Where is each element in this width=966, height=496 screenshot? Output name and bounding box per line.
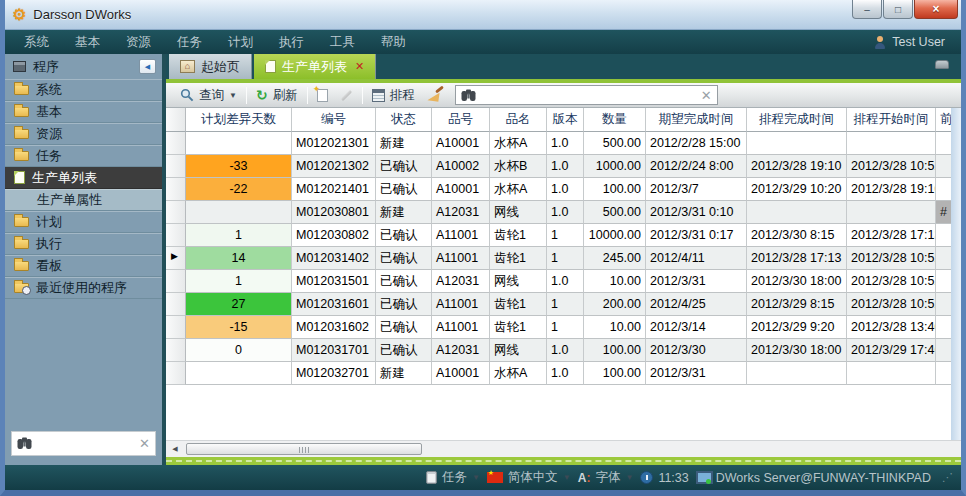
- vertical-scrollbar[interactable]: [951, 108, 961, 440]
- new-button[interactable]: [311, 87, 334, 104]
- sidebar-item[interactable]: 执行: [5, 233, 162, 255]
- clear-schedule-button[interactable]: [421, 86, 450, 104]
- table-row[interactable]: 0M012031701已确认A12031网线1.0100.002012/3/30…: [166, 339, 961, 362]
- close-button[interactable]: ×: [914, 0, 958, 19]
- query-button[interactable]: 查询 ▼: [174, 85, 243, 106]
- table-row[interactable]: -33M012021302已确认A10002水杯B1.01000.002012/…: [166, 155, 961, 178]
- menu-item[interactable]: 计划: [215, 34, 266, 51]
- user-chip[interactable]: Test User: [874, 35, 955, 49]
- column-header[interactable]: 编号: [292, 108, 376, 132]
- menu-item[interactable]: 系统: [11, 34, 62, 51]
- menu-item[interactable]: 基本: [62, 34, 113, 51]
- sidebar-item[interactable]: 基本: [5, 101, 162, 123]
- font-menu[interactable]: A: 字体 ▼: [578, 469, 634, 486]
- table-row[interactable]: -22M012021401已确认A10001水杯A1.0100.002012/3…: [166, 178, 961, 201]
- sidebar-item[interactable]: 任务: [5, 145, 162, 167]
- row-selector-gutter[interactable]: [166, 155, 186, 178]
- column-header[interactable]: 计划差异天数: [186, 108, 292, 132]
- cell: 已确认: [376, 293, 432, 316]
- language-menu[interactable]: 简体中文 ▼: [487, 469, 571, 486]
- menu-item[interactable]: 任务: [164, 34, 215, 51]
- column-header[interactable]: 期望完成时间: [646, 108, 747, 132]
- cell: 2012/4/11: [646, 247, 747, 270]
- menu-item[interactable]: 资源: [113, 34, 164, 51]
- row-selector-gutter[interactable]: [166, 224, 186, 247]
- sidebar-item[interactable]: 最近使用的程序: [5, 277, 162, 299]
- table-row[interactable]: 1M012030802已确认A11001齿轮1110000.002012/3/3…: [166, 224, 961, 247]
- column-header[interactable]: 版本: [547, 108, 584, 132]
- toolbar-search-input[interactable]: [481, 88, 696, 102]
- restore-button[interactable]: □: [883, 0, 913, 19]
- column-header[interactable]: 排程完成时间: [747, 108, 847, 132]
- folder-icon: [14, 217, 29, 227]
- pushpin-icon[interactable]: [935, 60, 949, 69]
- cell: 1: [547, 316, 584, 339]
- table-row[interactable]: M012030801新建A12031网线1.0500.002012/3/31 0…: [166, 201, 961, 224]
- minimize-button[interactable]: –: [852, 0, 882, 19]
- column-header[interactable]: 品名: [490, 108, 547, 132]
- row-selector-gutter[interactable]: [166, 201, 186, 224]
- sidebar-item[interactable]: 计划: [5, 211, 162, 233]
- row-selector-gutter[interactable]: [166, 132, 186, 155]
- row-selector-gutter[interactable]: [166, 293, 186, 316]
- tab-close-icon[interactable]: ✕: [355, 60, 364, 73]
- cell: [747, 362, 847, 385]
- collapse-sidebar-button[interactable]: ◀: [139, 59, 156, 74]
- cell: 已确认: [376, 224, 432, 247]
- cell: 2012/3/30 8:15: [747, 224, 847, 247]
- column-header[interactable]: 排程开始时间: [847, 108, 936, 132]
- cell: [936, 362, 951, 385]
- horizontal-scrollbar[interactable]: ◀: [166, 440, 961, 457]
- document-icon: [265, 60, 276, 73]
- scrollbar-thumb[interactable]: [186, 443, 422, 455]
- table-row[interactable]: ▶14M012031402已确认A11001齿轮11245.002012/4/1…: [166, 247, 961, 270]
- table-row[interactable]: -15M012031602已确认A11001齿轮1110.002012/3/14…: [166, 316, 961, 339]
- cell: 齿轮1: [490, 224, 547, 247]
- table-row[interactable]: M012021301新建A10001水杯A1.0500.002012/2/28 …: [166, 132, 961, 155]
- column-header[interactable]: 前: [936, 108, 951, 132]
- menu-item[interactable]: 工具: [317, 34, 368, 51]
- sidebar-item[interactable]: 生产单属性: [5, 189, 162, 211]
- diff-days-cell: [186, 201, 292, 224]
- broom-icon: [427, 88, 444, 102]
- table-row[interactable]: 1M012031501已确认A12031网线1.010.002012/3/312…: [166, 270, 961, 293]
- edit-button[interactable]: [334, 92, 359, 99]
- cell: 2012/3/30 18:00: [747, 270, 847, 293]
- row-selector-gutter[interactable]: ▶: [166, 247, 186, 270]
- cell: 2012/3/31: [646, 270, 747, 293]
- resize-grip-icon[interactable]: ⋰: [942, 471, 953, 484]
- column-header[interactable]: 数量: [584, 108, 646, 132]
- row-selector-gutter[interactable]: [166, 270, 186, 293]
- row-selector-gutter[interactable]: [166, 178, 186, 201]
- row-selector-gutter[interactable]: [166, 339, 186, 362]
- table-row[interactable]: M012032701新建A10001水杯A1.0100.002012/3/31: [166, 362, 961, 385]
- menu-item[interactable]: 执行: [266, 34, 317, 51]
- cell: 1000.00: [584, 155, 646, 178]
- toolbar-search-clear-icon[interactable]: ✕: [701, 89, 712, 102]
- refresh-button[interactable]: ↻ 刷新: [250, 85, 304, 106]
- tab-start-page[interactable]: ⌂ 起始页: [169, 54, 252, 79]
- sidebar-item[interactable]: 系统: [5, 79, 162, 101]
- task-menu[interactable]: 任务 ▼: [426, 469, 480, 486]
- sidebar-search-input[interactable]: [37, 437, 134, 451]
- cell: A12031: [432, 339, 490, 362]
- scroll-left-arrow-icon[interactable]: ◀: [166, 441, 184, 457]
- column-header[interactable]: 状态: [376, 108, 432, 132]
- row-selector-gutter[interactable]: [166, 316, 186, 339]
- sidebar-item[interactable]: 生产单列表: [5, 167, 162, 189]
- schedule-button[interactable]: 排程: [366, 85, 421, 106]
- tab-production-order-list[interactable]: 生产单列表 ✕: [254, 54, 376, 79]
- table-row[interactable]: 27M012031601已确认A11001齿轮11200.002012/4/25…: [166, 293, 961, 316]
- programs-icon: [13, 61, 26, 72]
- menu-item[interactable]: 帮助: [368, 34, 419, 51]
- cell: 100.00: [584, 339, 646, 362]
- row-selector-gutter[interactable]: [166, 362, 186, 385]
- sidebar-search-clear-icon[interactable]: ✕: [139, 437, 150, 450]
- title-bar[interactable]: ⚙ Darsson DWorks – □ ×: [0, 0, 966, 30]
- cell: 10.00: [584, 316, 646, 339]
- column-header[interactable]: 品号: [432, 108, 490, 132]
- sidebar-item-label: 任务: [36, 147, 62, 165]
- sidebar-item[interactable]: 看板: [5, 255, 162, 277]
- sidebar-item[interactable]: 资源: [5, 123, 162, 145]
- sidebar-filler: [5, 299, 162, 427]
